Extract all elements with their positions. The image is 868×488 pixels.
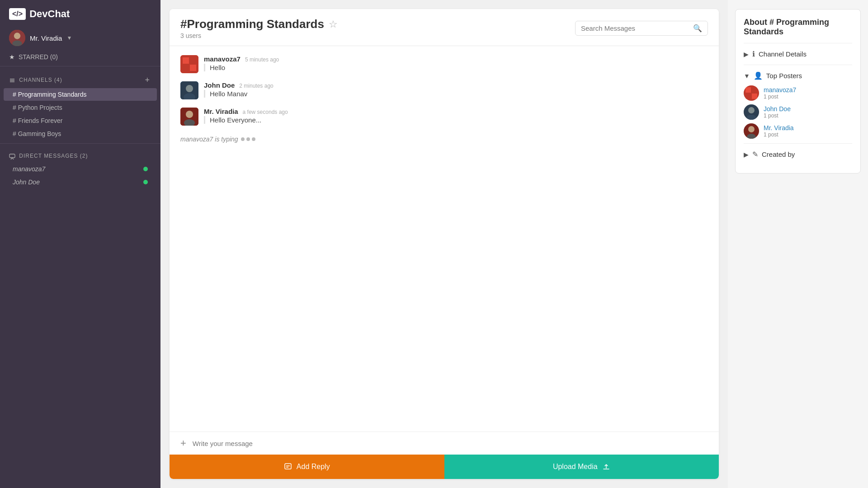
online-indicator xyxy=(143,180,148,184)
channel-user-count: 3 users xyxy=(180,32,338,39)
channels-label: CHANNELS (4) xyxy=(9,77,62,84)
message-content: manavoza7 5 minutes ago Hello xyxy=(204,55,708,71)
typing-indicator: manavoza7 is typing xyxy=(180,134,708,143)
channel-details-row[interactable]: ▶ ℹ Channel Details xyxy=(744,48,852,60)
user-avatar xyxy=(9,30,25,46)
poster-post-count: 1 post xyxy=(764,131,794,138)
add-reply-label: Add Reply xyxy=(297,463,330,471)
dm-name: manavoza7 xyxy=(13,165,45,173)
main-area: #Programming Standards ☆ 3 users 🔍 xyxy=(160,0,728,488)
messages-list: manavoza7 5 minutes ago Hello xyxy=(170,46,719,432)
typing-text: manavoza7 is typing xyxy=(180,136,238,143)
message-row: Mr. Viradia a few seconds ago Hello Ever… xyxy=(180,108,708,126)
channel-list: # Programming Standards # Python Project… xyxy=(0,88,160,141)
svg-point-1 xyxy=(14,33,20,39)
dm-item-manavoza7[interactable]: manavoza7 xyxy=(4,163,157,175)
created-by-label: Created by xyxy=(762,150,795,158)
top-posters-arrow-icon: ▼ xyxy=(744,72,750,80)
channel-header: #Programming Standards ☆ 3 users 🔍 xyxy=(170,9,719,46)
upload-media-label: Upload Media xyxy=(553,463,598,471)
attach-button[interactable]: + xyxy=(179,437,188,449)
channels-header: CHANNELS (4) + xyxy=(0,69,160,88)
poster-avatar xyxy=(744,104,759,120)
top-posters-row[interactable]: ▼ 👤 Top Posters xyxy=(744,70,852,82)
poster-post-count: 1 post xyxy=(764,94,796,100)
svg-rect-3 xyxy=(9,154,15,158)
message-row: John Doe 2 minutes ago Hello Manav xyxy=(180,81,708,99)
right-panel: About # Programming Standards ▶ ℹ Channe… xyxy=(728,0,868,488)
svg-rect-6 xyxy=(190,57,196,64)
poster-name[interactable]: John Doe xyxy=(764,105,791,113)
top-posters-section: ▼ 👤 Top Posters xyxy=(744,65,852,143)
poster-avatar xyxy=(744,123,759,139)
channel-name-text: #Programming Standards xyxy=(180,17,324,31)
about-title: About # Programming Standards xyxy=(744,18,852,37)
top-posters-label: Top Posters xyxy=(766,72,802,80)
sidebar-item-friends-forever[interactable]: # Friends Forever xyxy=(4,114,157,127)
svg-point-22 xyxy=(748,107,755,113)
star-channel-button[interactable]: ☆ xyxy=(329,19,338,30)
action-buttons: Add Reply Upload Media xyxy=(170,455,719,479)
svg-point-25 xyxy=(748,126,755,132)
message-header: John Doe 2 minutes ago xyxy=(204,81,708,89)
channel-details-section: ▶ ℹ Channel Details xyxy=(744,43,852,65)
channel-details-arrow-icon: ▶ xyxy=(744,51,749,58)
star-icon: ★ xyxy=(9,53,15,61)
starred-section[interactable]: ★ STARRED (0) xyxy=(0,51,160,63)
svg-rect-17 xyxy=(745,87,751,93)
message-row: manavoza7 5 minutes ago Hello xyxy=(180,55,708,73)
dm-label: DIRECT MESSAGES (2) xyxy=(9,153,88,160)
chat-panel: #Programming Standards ☆ 3 users 🔍 xyxy=(170,9,719,479)
created-by-row[interactable]: ▶ ✎ Created by xyxy=(744,148,852,160)
app-logo: </> DevChat xyxy=(9,8,70,20)
info-icon: ℹ xyxy=(752,50,755,58)
poster-item: manavoza7 1 post xyxy=(744,85,852,101)
about-panel: About # Programming Standards ▶ ℹ Channe… xyxy=(735,9,861,174)
poster-item: Mr. Viradia 1 post xyxy=(744,123,852,139)
svg-rect-19 xyxy=(745,94,751,99)
add-reply-button[interactable]: Add Reply xyxy=(170,455,444,479)
add-channel-button[interactable]: + xyxy=(143,75,151,85)
sidebar-header: </> DevChat xyxy=(0,0,160,25)
poster-avatar xyxy=(744,85,759,101)
user-profile[interactable]: Mr. Viradia ▼ xyxy=(0,25,160,51)
logo-icon: </> xyxy=(9,8,26,20)
poster-info: manavoza7 1 post xyxy=(764,86,796,100)
typing-dot-2 xyxy=(246,137,250,141)
online-indicator xyxy=(143,167,148,171)
message-input[interactable] xyxy=(193,440,710,447)
upload-icon xyxy=(602,463,610,471)
message-content: John Doe 2 minutes ago Hello Manav xyxy=(204,81,708,98)
sidebar-item-gamming-boys[interactable]: # Gamming Boys xyxy=(4,127,157,140)
svg-rect-20 xyxy=(752,94,757,99)
typing-dots xyxy=(241,137,255,141)
dm-item-johndoe[interactable]: John Doe xyxy=(4,176,157,188)
svg-point-13 xyxy=(186,111,193,118)
poster-info: Mr. Viradia 1 post xyxy=(764,124,794,138)
svg-rect-5 xyxy=(183,57,189,64)
sidebar-item-python-projects[interactable]: # Python Projects xyxy=(4,101,157,114)
svg-rect-18 xyxy=(752,87,757,93)
sidebar: </> DevChat Mr. Viradia ▼ ★ STARRED (0) xyxy=(0,0,160,488)
search-input[interactable] xyxy=(581,24,689,32)
message-input-section: + xyxy=(170,432,719,455)
user-name: Mr. Viradia xyxy=(30,34,62,42)
created-by-section: ▶ ✎ Created by xyxy=(744,143,852,165)
app-name: DevChat xyxy=(29,8,70,20)
sidebar-item-programming-standards[interactable]: # Programming Standards xyxy=(4,88,157,101)
created-by-arrow-icon: ▶ xyxy=(744,151,749,158)
search-bar: 🔍 xyxy=(575,21,708,36)
message-text: Hello xyxy=(204,64,708,71)
poster-name[interactable]: manavoza7 xyxy=(764,86,796,94)
dm-list: manavoza7 John Doe xyxy=(0,162,160,189)
poster-list: manavoza7 1 post xyxy=(744,85,852,139)
svg-point-10 xyxy=(186,85,193,92)
message-content: Mr. Viradia a few seconds ago Hello Ever… xyxy=(204,108,708,124)
poster-info: John Doe 1 post xyxy=(764,105,791,119)
message-text: Hello Manav xyxy=(204,90,708,98)
poster-name[interactable]: Mr. Viradia xyxy=(764,124,794,131)
message-text: Hello Everyone... xyxy=(204,116,708,124)
message-username: manavoza7 xyxy=(204,55,241,63)
upload-media-button[interactable]: Upload Media xyxy=(444,455,719,479)
svg-rect-15 xyxy=(285,464,291,469)
